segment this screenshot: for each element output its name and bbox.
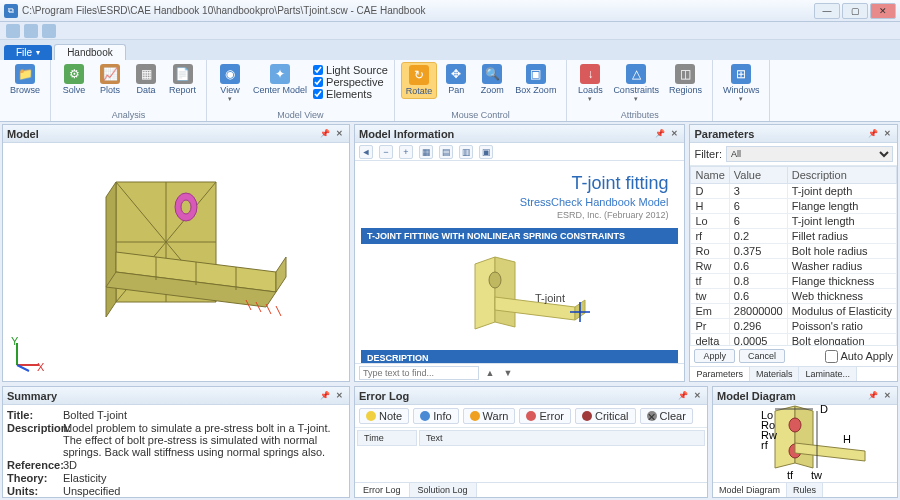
find-input[interactable] [359,366,479,380]
close-icon[interactable]: ✕ [333,390,345,402]
table-row[interactable]: tw0.6Web thickness [691,289,897,304]
filter-note[interactable]: Note [359,408,409,424]
zoom-in-button[interactable]: + [399,145,413,159]
zoom-button[interactable]: 🔍Zoom [475,62,509,97]
layout1-button[interactable]: ▦ [419,145,433,159]
back-button[interactable]: ◄ [359,145,373,159]
maximize-button[interactable]: ▢ [842,3,868,19]
diagram-view[interactable]: Lo Ro Rw rf D H tf tw [713,405,897,482]
minimize-button[interactable]: — [814,3,840,19]
loads-button[interactable]: ↓Loads▾ [573,62,607,105]
table-row[interactable]: tf0.8Flange thickness [691,274,897,289]
doc-title: T-joint fitting [371,173,668,194]
rotate-button[interactable]: ↻Rotate [401,62,438,99]
pin-icon[interactable]: 📌 [677,390,689,402]
svg-marker-33 [775,406,795,468]
pin-icon[interactable]: 📌 [867,128,879,140]
svg-text:D: D [820,405,828,415]
close-icon[interactable]: ✕ [881,390,893,402]
qat-button[interactable] [24,24,38,38]
pin-icon[interactable]: 📌 [319,128,331,140]
close-icon[interactable]: ✕ [691,390,703,402]
center-model-button[interactable]: ✦Center Model [249,62,311,97]
log-table[interactable]: TimeText [355,428,707,448]
zoom-out-button[interactable]: − [379,145,393,159]
tab-laminate[interactable]: Laminate... [799,367,857,381]
svg-point-27 [489,272,501,288]
cancel-button[interactable]: Cancel [739,349,785,363]
doc-meta: ESRD, Inc. (February 2012) [371,210,668,220]
elements-checkbox[interactable]: Elements [313,88,388,100]
svg-text:Y: Y [11,337,19,347]
clear-button[interactable]: ✕Clear [640,408,693,424]
close-icon[interactable]: ✕ [333,128,345,140]
tab-parameters[interactable]: Parameters [690,367,750,381]
doc-viewer[interactable]: T-joint fitting StressCheck Handbook Mod… [355,161,684,363]
ribbon-tabstrip: File Handbook [0,40,900,60]
qat-button[interactable] [42,24,56,38]
find-prev-button[interactable]: ▲ [483,366,497,380]
svg-point-7 [181,200,191,214]
col-value[interactable]: Value [729,167,787,184]
table-row[interactable]: Lo6T-joint length [691,214,897,229]
plots-button[interactable]: 📈Plots [93,62,127,97]
close-icon[interactable]: ✕ [668,128,680,140]
filter-warn[interactable]: Warn [463,408,516,424]
axis-triad: YX [9,337,45,375]
layout2-button[interactable]: ▤ [439,145,453,159]
pin-icon[interactable]: 📌 [319,390,331,402]
tab-error-log[interactable]: Error Log [355,483,410,497]
doc-subtitle: StressCheck Handbook Model [371,196,668,208]
close-button[interactable]: ✕ [870,3,896,19]
solve-button[interactable]: ⚙Solve [57,62,91,97]
group-label: Model View [213,110,388,121]
table-row[interactable]: Ro0.375Bolt hole radius [691,244,897,259]
table-row[interactable]: delta0.0005Bolt elongation [691,334,897,346]
svg-text:tf: tf [787,469,794,481]
table-row[interactable]: D3T-joint depth [691,184,897,199]
layout3-button[interactable]: ▥ [459,145,473,159]
handbook-tab[interactable]: Handbook [54,44,126,60]
panel-title: Model Diagram [717,390,796,402]
tab-materials[interactable]: Materials [750,367,800,381]
regions-button[interactable]: ◫Regions [665,62,706,97]
layout4-button[interactable]: ▣ [479,145,493,159]
windows-button[interactable]: ⊞Windows▾ [719,62,764,105]
tab-rules[interactable]: Rules [787,483,823,497]
panel-title: Summary [7,390,57,402]
constraints-button[interactable]: △Constraints▾ [609,62,663,105]
box-zoom-button[interactable]: ▣Box Zoom [511,62,560,97]
table-row[interactable]: Rw0.6Washer radius [691,259,897,274]
col-name[interactable]: Name [691,167,729,184]
light-source-checkbox[interactable]: Light Source [313,64,388,76]
svg-text:T-joint: T-joint [535,292,565,304]
model-viewport[interactable]: YX [3,143,349,381]
tab-model-diagram[interactable]: Model Diagram [713,483,787,497]
svg-marker-26 [495,257,515,327]
qat-button[interactable] [6,24,20,38]
filter-select[interactable]: All [726,146,893,162]
filter-critical[interactable]: Critical [575,408,636,424]
perspective-checkbox[interactable]: Perspective [313,76,388,88]
pin-icon[interactable]: 📌 [867,390,879,402]
apply-button[interactable]: Apply [694,349,735,363]
table-row[interactable]: rf0.2Fillet radius [691,229,897,244]
pin-icon[interactable]: 📌 [654,128,666,140]
close-icon[interactable]: ✕ [881,128,893,140]
filter-info[interactable]: Info [413,408,458,424]
table-row[interactable]: H6Flange length [691,199,897,214]
table-row[interactable]: Em28000000Modulus of Elasticity [691,304,897,319]
col-desc[interactable]: Description [787,167,896,184]
pan-button[interactable]: ✥Pan [439,62,473,97]
filter-error[interactable]: Error [519,408,570,424]
tab-solution-log[interactable]: Solution Log [410,483,477,497]
view-button[interactable]: ◉View▾ [213,62,247,105]
table-row[interactable]: Pr0.296Poisson's ratio [691,319,897,334]
report-button[interactable]: 📄Report [165,62,200,97]
find-next-button[interactable]: ▼ [501,366,515,380]
browse-button[interactable]: 📁Browse [6,62,44,97]
parameters-table[interactable]: Name Value Description D3T-joint depthH6… [690,166,897,345]
file-tab[interactable]: File [4,45,52,60]
data-button[interactable]: ▦Data [129,62,163,97]
auto-apply-checkbox[interactable]: Auto Apply [825,350,893,363]
